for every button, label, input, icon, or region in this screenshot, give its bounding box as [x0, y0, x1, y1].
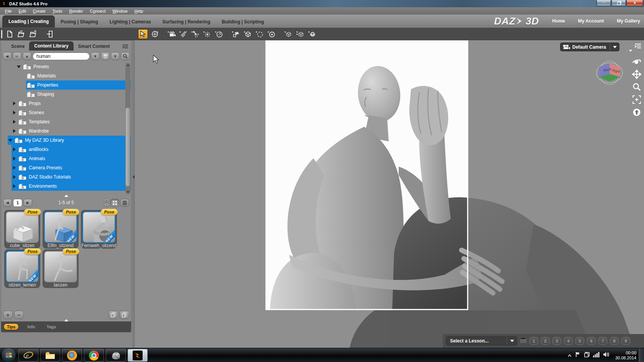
import-button[interactable] — [45, 29, 55, 39]
tree-item-environments[interactable]: SEnvironments — [2, 182, 131, 191]
close-button[interactable]: ✕ — [626, 0, 643, 6]
tab-scene[interactable]: Scene — [7, 42, 29, 51]
show-desktop-button[interactable] — [638, 348, 644, 362]
content-item-fernweh-sitzend[interactable]: Pose NEW Fernweh_sitzend — [81, 210, 117, 249]
new-spotlight-button[interactable] — [191, 29, 200, 39]
network-signal-icon[interactable] — [593, 352, 600, 359]
aim-home-icon[interactable] — [632, 108, 641, 117]
show-hidden-icons[interactable] — [567, 352, 572, 359]
tree-item-daz-studio-tutorials[interactable]: SDAZ Studio Tutorials — [2, 172, 131, 182]
tree-item-scenes[interactable]: SScenes — [2, 108, 131, 117]
link-my-account[interactable]: My Account — [578, 18, 604, 24]
database-icon[interactable] — [101, 52, 110, 60]
drawstyle-sphere-button[interactable] — [621, 42, 631, 52]
new-cube-button[interactable] — [307, 29, 317, 39]
next-page-button[interactable]: ▶ — [23, 199, 32, 207]
tab-content-library[interactable]: Content Library — [29, 41, 73, 51]
remove-category-button[interactable]: − — [14, 311, 24, 319]
tab-loading-creating[interactable]: Loading | Creating — [2, 15, 55, 28]
tree-item-presets[interactable]: SPresets — [2, 62, 131, 71]
taskbar-gimp[interactable] — [106, 349, 126, 362]
tree-item-properties[interactable]: SProperties — [2, 80, 131, 90]
scroll-up-icon[interactable] — [127, 64, 130, 66]
windows-update-icon[interactable] — [584, 352, 590, 359]
tree-item-props[interactable]: SProps — [2, 99, 131, 108]
expand-arrow-icon[interactable] — [12, 166, 16, 170]
up-level-button[interactable]: ▲ — [23, 52, 31, 60]
taskbar-chrome[interactable] — [84, 349, 104, 362]
back-button[interactable]: ◀ — [3, 52, 12, 60]
expand-arrow-icon[interactable] — [12, 111, 16, 115]
tab-smart-content[interactable]: Smart Content — [74, 42, 115, 51]
menu-tools[interactable]: Tools — [49, 8, 66, 14]
scroll-down-icon[interactable] — [127, 191, 130, 193]
paste-icon[interactable] — [120, 311, 129, 319]
expand-arrow-icon[interactable] — [12, 175, 16, 179]
viewport[interactable]: Default Camera Back Right — [135, 40, 644, 348]
tree-item-camera-presets[interactable]: SCamera Presets — [2, 163, 131, 172]
link-home[interactable]: Home — [552, 18, 565, 24]
tab-tips[interactable]: Tips — [3, 323, 19, 330]
restore-button[interactable] — [611, 0, 626, 6]
lesson-button-2[interactable]: 2 — [541, 337, 550, 345]
tree-item-wardrobe[interactable]: SWardrobe — [2, 126, 131, 136]
view-cube[interactable]: Back Right — [595, 60, 624, 87]
content-item-cube-sitzen[interactable]: Pose cube_sitzen — [4, 210, 40, 249]
tab-building-scripting[interactable]: Building | Scripting — [216, 16, 269, 28]
lesson-button-9[interactable]: 9 — [621, 337, 630, 345]
menu-window[interactable]: Window — [109, 8, 131, 14]
tree-item-materials[interactable]: SMaterials — [2, 71, 131, 80]
taskbar-daz-studio[interactable] — [128, 349, 148, 362]
scrollbar-thumb[interactable] — [126, 108, 130, 187]
new-file-button[interactable] — [5, 29, 15, 39]
link-my-gallery[interactable]: My Gallery — [617, 18, 640, 24]
add-category-button[interactable]: + — [3, 311, 13, 319]
new-null-button[interactable] — [255, 29, 265, 39]
open-file-button[interactable] — [16, 29, 26, 39]
orbit-camera-icon[interactable] — [632, 57, 641, 66]
start-button[interactable] — [2, 349, 15, 362]
content-item-elfin-sitzend[interactable]: Pose NEW Elfin_sitzend — [43, 210, 79, 249]
pane-splitter-handle[interactable] — [64, 195, 68, 197]
new-node-button[interactable] — [243, 29, 253, 39]
search-input[interactable] — [33, 52, 90, 60]
tree-item-my-daz-3d-library[interactable]: SMy DAZ 3D Library — [2, 136, 131, 145]
menu-edit[interactable]: Edit — [15, 8, 30, 14]
lesson-button-6[interactable]: 6 — [587, 337, 596, 345]
new-distant-light-button[interactable] — [179, 29, 189, 39]
expand-arrow-icon[interactable] — [12, 184, 16, 188]
new-group-button[interactable] — [284, 29, 294, 39]
list-view-button[interactable] — [120, 199, 129, 207]
camera-selector[interactable]: Default Camera — [560, 43, 619, 51]
new-target-button[interactable] — [267, 29, 277, 39]
collapse-arrow-icon[interactable] — [17, 65, 21, 69]
tab-surfacing-rendering[interactable]: Surfacing | Rendering — [157, 16, 216, 28]
expand-arrow-icon[interactable] — [12, 120, 16, 124]
tab-tags[interactable]: Tags — [44, 324, 59, 330]
action-center-flag-icon[interactable] — [575, 352, 580, 359]
forward-button[interactable]: ▶ — [13, 52, 21, 60]
rotate-tool[interactable] — [150, 29, 160, 39]
new-instance-button[interactable] — [296, 29, 306, 39]
pan-camera-icon[interactable] — [632, 70, 641, 79]
database-dropdown[interactable]: ▼ — [111, 52, 120, 60]
node-selection-tool[interactable] — [138, 29, 148, 39]
thumb-size-increase-button[interactable]: + — [104, 198, 109, 202]
prev-page-button[interactable]: ◀ — [3, 199, 12, 207]
lesson-button-7[interactable]: 7 — [598, 337, 607, 345]
search-icon[interactable] — [121, 52, 130, 60]
new-primitive-button[interactable] — [231, 29, 241, 39]
taskbar-internet-explorer[interactable]: e — [18, 349, 38, 362]
collapse-pane-icon[interactable] — [133, 175, 135, 179]
new-dome-light-button[interactable] — [214, 29, 224, 39]
lesson-button-8[interactable]: 8 — [610, 337, 619, 345]
expand-arrow-icon[interactable] — [12, 147, 16, 151]
collapse-arrow-icon[interactable] — [8, 138, 12, 142]
tree-scrollbar[interactable] — [125, 63, 130, 194]
menu-create[interactable]: Create — [30, 8, 49, 14]
taskbar-firefox[interactable] — [62, 349, 82, 362]
toolbar-drag-handle[interactable] — [1, 30, 2, 38]
tree-item-templates[interactable]: STemplates — [2, 117, 131, 126]
tab-info[interactable]: Info — [24, 324, 38, 330]
expand-arrow-icon[interactable] — [12, 102, 16, 105]
